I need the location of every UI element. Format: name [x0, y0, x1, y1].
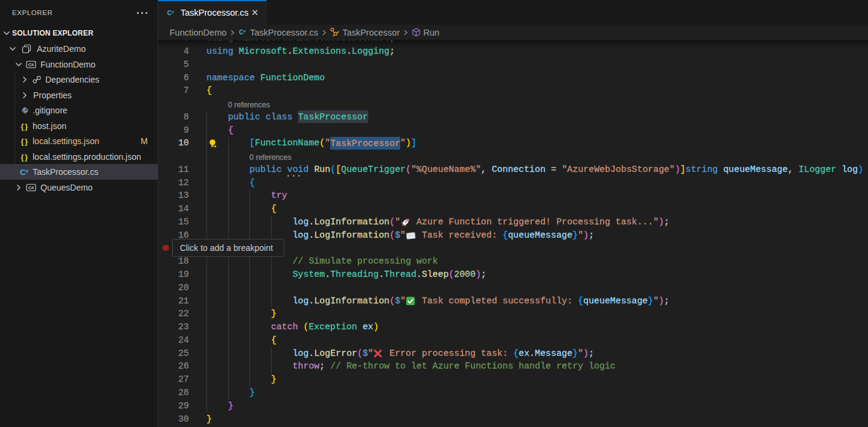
svg-text:C: C: [20, 168, 26, 177]
svg-text:{}: {}: [21, 121, 29, 130]
svg-text:C#: C#: [28, 62, 34, 68]
svg-text:#: #: [244, 29, 246, 33]
svg-text:{}: {}: [21, 137, 29, 146]
svg-text:#: #: [171, 10, 174, 14]
svg-text:C#: C#: [28, 185, 34, 191]
svg-text:#: #: [26, 168, 29, 174]
svg-text:{}: {}: [21, 152, 29, 161]
